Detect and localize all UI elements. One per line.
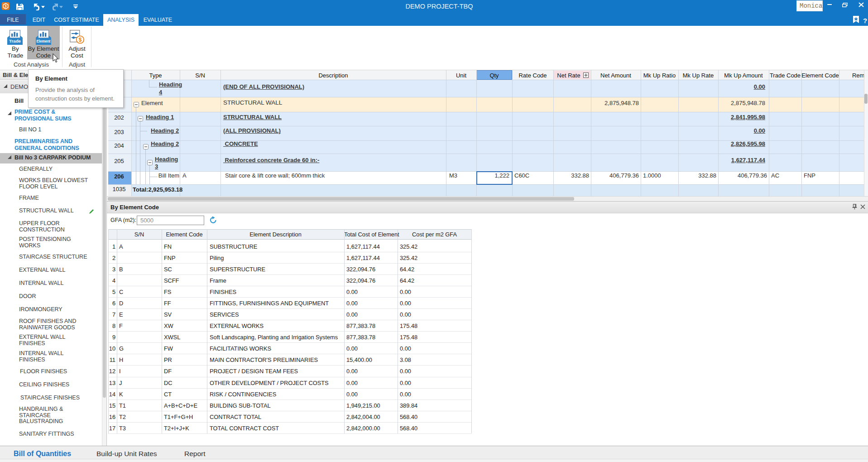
svg-text:Element: Element — [37, 39, 51, 43]
svg-text:$: $ — [79, 37, 82, 43]
svg-text:Trade: Trade — [9, 39, 21, 43]
